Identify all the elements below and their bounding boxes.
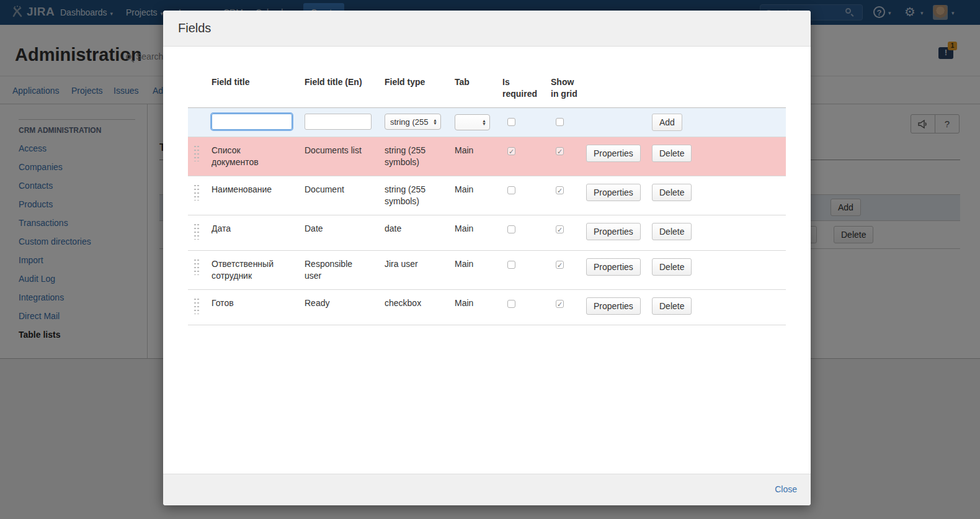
field-title-cell: Дата	[212, 215, 305, 251]
is-required-checkbox[interactable]	[507, 300, 515, 308]
new-is-required-checkbox[interactable]	[507, 118, 515, 126]
field-type-cell: date	[385, 215, 455, 251]
field-type-cell: checkbox	[385, 290, 455, 325]
field-row: Список документов Documents list string …	[188, 137, 786, 176]
col-field-title-en: Field title (En)	[305, 69, 385, 108]
col-tab: Tab	[455, 69, 502, 108]
drag-handle-icon[interactable]	[194, 297, 200, 314]
is-required-checkbox[interactable]	[507, 261, 515, 269]
field-row: Наименование Document string (255 symbol…	[188, 176, 786, 215]
field-type-cell: Jira user	[385, 251, 455, 290]
properties-button[interactable]: Properties	[586, 297, 641, 315]
is-required-checkbox[interactable]	[507, 225, 515, 233]
field-type-cell: string (255 symbols)	[385, 137, 455, 176]
select-stepper-icon: ▲▼	[433, 119, 437, 125]
fields-dialog: Fields Field title Field title (En) Fiel…	[163, 11, 811, 505]
new-field-title-en-input[interactable]	[305, 114, 372, 130]
field-title-en-cell: Document	[305, 176, 385, 215]
delete-button[interactable]: Delete	[652, 297, 692, 315]
field-row: Готов Ready checkbox Main Properties Del…	[188, 290, 786, 325]
col-field-type: Field type	[385, 69, 455, 108]
delete-button[interactable]: Delete	[652, 258, 692, 276]
field-title-cell: Наименование	[212, 176, 305, 215]
field-title-en-cell: Date	[305, 215, 385, 251]
show-in-grid-checkbox[interactable]	[556, 261, 564, 269]
field-tab-cell: Main	[455, 290, 502, 325]
delete-button[interactable]: Delete	[652, 184, 692, 201]
field-title-cell: Список документов	[212, 137, 305, 176]
select-stepper-icon: ▲▼	[482, 119, 486, 125]
field-type-select[interactable]: string (255 ▲▼	[385, 114, 441, 130]
drag-handle-icon[interactable]	[194, 184, 200, 201]
col-show-in-grid: Show in grid	[551, 69, 586, 108]
field-tab-cell: Main	[455, 176, 502, 215]
field-title-en-cell: Responsible user	[305, 251, 385, 290]
drag-handle-icon[interactable]	[194, 145, 200, 161]
field-row: Дата Date date Main Properties Delete	[188, 215, 786, 251]
new-show-in-grid-checkbox[interactable]	[556, 118, 564, 126]
field-type-cell: string (255 symbols)	[385, 176, 455, 215]
field-title-cell: Ответственный сотрудник	[212, 251, 305, 290]
new-field-title-input[interactable]	[212, 114, 292, 130]
show-in-grid-checkbox[interactable]	[556, 300, 564, 308]
field-title-en-cell: Documents list	[305, 137, 385, 176]
show-in-grid-checkbox[interactable]	[556, 147, 564, 155]
table-header-row: Field title Field title (En) Field type …	[188, 69, 786, 108]
close-link[interactable]: Close	[775, 484, 797, 494]
dialog-footer: Close	[163, 474, 811, 505]
show-in-grid-checkbox[interactable]	[556, 186, 564, 194]
tab-select[interactable]: ▲▼	[455, 114, 490, 130]
dialog-header: Fields	[163, 11, 811, 47]
properties-button[interactable]: Properties	[586, 258, 641, 276]
drag-handle-icon[interactable]	[194, 223, 200, 240]
properties-button[interactable]: Properties	[586, 223, 641, 240]
field-tab-cell: Main	[455, 251, 502, 290]
field-row: Ответственный сотрудник Responsible user…	[188, 251, 786, 290]
is-required-checkbox[interactable]	[507, 147, 515, 155]
delete-button[interactable]: Delete	[652, 145, 692, 162]
show-in-grid-checkbox[interactable]	[556, 225, 564, 233]
new-field-row: string (255 ▲▼ ▲▼ Add	[188, 108, 786, 137]
add-field-button[interactable]: Add	[652, 114, 682, 131]
field-tab-cell: Main	[455, 137, 502, 176]
field-title-cell: Готов	[212, 290, 305, 325]
col-field-title: Field title	[212, 69, 305, 108]
properties-button[interactable]: Properties	[586, 145, 641, 162]
col-is-required: Is required	[502, 69, 551, 108]
drag-handle-icon[interactable]	[194, 258, 200, 275]
properties-button[interactable]: Properties	[586, 184, 641, 201]
fields-table: Field title Field title (En) Field type …	[188, 69, 786, 325]
dialog-title: Fields	[178, 21, 211, 35]
is-required-checkbox[interactable]	[507, 186, 515, 194]
field-title-en-cell: Ready	[305, 290, 385, 325]
field-tab-cell: Main	[455, 215, 502, 251]
delete-button[interactable]: Delete	[652, 223, 692, 240]
